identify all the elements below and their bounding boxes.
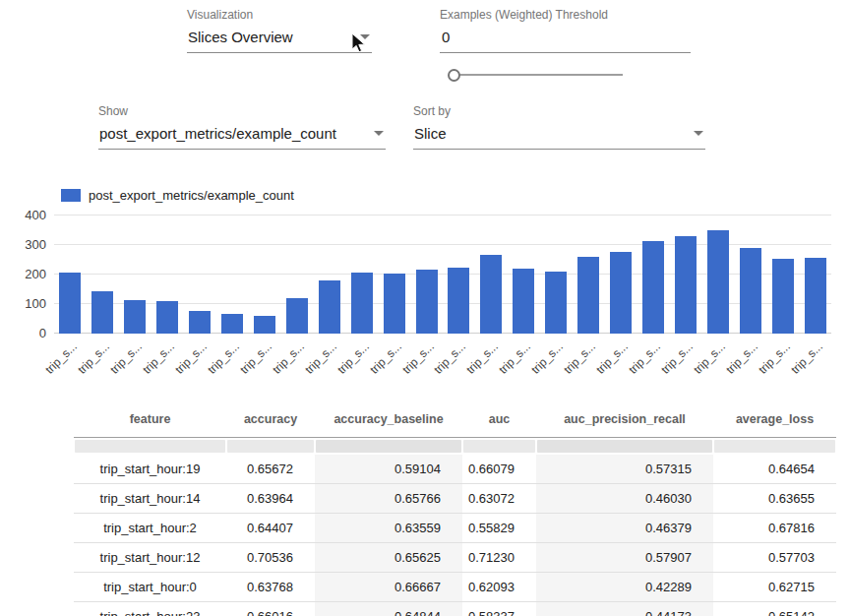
bar[interactable] — [805, 258, 826, 334]
table-header-row: featureaccuracyaccuracy_baselineaucauc_p… — [74, 401, 836, 438]
column-header-auc[interactable]: auc — [462, 412, 536, 426]
bar[interactable] — [707, 230, 729, 334]
table-row[interactable]: trip_start_hour:20.644070.635590.558290.… — [74, 514, 836, 543]
metric-cell: 0.57907 — [536, 543, 713, 572]
feature-cell: trip_start_hour:19 — [74, 455, 226, 483]
y-axis-tick-label: 0 — [5, 326, 46, 340]
filter-input[interactable] — [316, 440, 461, 453]
metric-cell: 0.62093 — [462, 573, 536, 601]
bar[interactable] — [480, 255, 502, 334]
bar[interactable] — [319, 280, 340, 334]
table-row[interactable]: trip_start_hour:140.639640.657660.630720… — [74, 484, 836, 514]
bar[interactable] — [286, 298, 308, 334]
y-axis-tick-label: 200 — [5, 267, 46, 281]
bar[interactable] — [189, 311, 211, 334]
bar[interactable] — [740, 248, 761, 334]
metric-cell: 0.65766 — [315, 484, 462, 513]
sort-by-label: Sort by — [413, 104, 705, 118]
bar[interactable] — [91, 291, 113, 334]
feature-cell: trip_start_hour:14 — [74, 484, 226, 513]
bar[interactable] — [513, 269, 534, 334]
show-value: post_export_metrics/example_count — [99, 125, 336, 142]
metric-cell: 0.46030 — [536, 484, 713, 513]
metric-cell: 0.62715 — [713, 573, 836, 601]
metric-cell: 0.67816 — [713, 514, 836, 542]
metric-cell: 0.59104 — [315, 455, 462, 483]
table-row[interactable]: trip_start_hour:00.637680.666670.620930.… — [74, 573, 836, 602]
column-header-average_loss[interactable]: average_loss — [713, 412, 836, 426]
bar[interactable] — [610, 252, 632, 334]
legend-label: post_export_metrics/example_count — [89, 188, 294, 203]
bar[interactable] — [577, 257, 599, 334]
metric-cell: 0.65625 — [315, 543, 462, 572]
column-header-auc_precision_recall[interactable]: auc_precision_recall — [536, 412, 713, 426]
metric-cell: 0.63072 — [462, 484, 536, 513]
bar[interactable] — [545, 272, 567, 334]
chevron-down-icon — [374, 131, 384, 136]
filter-input[interactable] — [537, 440, 712, 453]
show-select[interactable]: post_export_metrics/example_count — [98, 120, 386, 150]
threshold-input[interactable]: 0 — [440, 24, 691, 53]
bar[interactable] — [254, 316, 275, 334]
filter-cell — [315, 438, 462, 455]
slices-overview-app: Visualization Slices Overview Examples (… — [0, 0, 849, 616]
filter-input[interactable] — [714, 440, 835, 453]
bar[interactable] — [772, 259, 794, 334]
feature-cell: trip_start_hour:12 — [74, 543, 226, 572]
metric-cell: 0.63964 — [226, 484, 315, 513]
filter-cell — [462, 438, 536, 455]
filter-cell — [713, 438, 836, 455]
filter-cell — [74, 438, 226, 455]
column-header-feature[interactable]: feature — [74, 412, 226, 426]
y-axis-tick-label: 100 — [5, 296, 46, 311]
metric-cell: 0.66079 — [462, 455, 536, 483]
sort-by-field: Sort by Slice — [413, 104, 705, 150]
visualization-field: Visualization Slices Overview — [187, 8, 372, 53]
filter-input[interactable] — [227, 440, 314, 453]
legend-swatch — [61, 189, 81, 202]
metric-cell: 0.46379 — [536, 514, 713, 542]
table-row[interactable]: trip_start_hour:190.656720.591040.660790… — [74, 455, 836, 484]
visualization-label: Visualization — [187, 8, 372, 22]
metric-cell: 0.71230 — [462, 543, 536, 572]
filter-cell — [536, 438, 713, 455]
bar[interactable] — [384, 274, 405, 334]
feature-cell: trip_start_hour:23 — [74, 602, 226, 616]
bar[interactable] — [59, 273, 81, 334]
table-body: trip_start_hour:190.656720.591040.660790… — [74, 455, 836, 616]
column-header-accuracy[interactable]: accuracy — [226, 412, 315, 426]
metric-cell: 0.57703 — [713, 543, 836, 572]
metric-cell: 0.42289 — [536, 573, 713, 601]
show-field: Show post_export_metrics/example_count — [98, 104, 386, 150]
filter-input[interactable] — [75, 440, 225, 453]
mouse-cursor-icon — [350, 32, 368, 54]
bar[interactable] — [351, 273, 373, 334]
visualization-value: Slices Overview — [188, 29, 293, 45]
bar[interactable] — [124, 300, 146, 334]
slider-track[interactable] — [452, 74, 623, 76]
threshold-field: Examples (Weighted) Threshold 0 — [440, 8, 691, 53]
table-filter-row — [74, 438, 836, 455]
column-header-accuracy_baseline[interactable]: accuracy_baseline — [315, 412, 462, 426]
metric-cell: 0.66016 — [226, 602, 315, 616]
bar[interactable] — [221, 314, 243, 334]
metric-cell: 0.55829 — [462, 514, 536, 542]
metric-cell: 0.65142 — [713, 602, 836, 616]
y-axis-tick-label: 300 — [5, 237, 46, 252]
threshold-slider[interactable] — [448, 67, 623, 83]
visualization-select[interactable]: Slices Overview — [187, 24, 372, 53]
table-row[interactable]: trip_start_hour:120.705360.656250.712300… — [74, 543, 836, 573]
bar[interactable] — [156, 301, 178, 334]
bar[interactable] — [448, 268, 469, 334]
table-row[interactable]: trip_start_hour:230.660160.648440.583370… — [74, 602, 836, 616]
slider-thumb[interactable] — [448, 69, 460, 82]
metric-cell: 0.64407 — [226, 514, 315, 542]
bar[interactable] — [642, 241, 664, 334]
y-axis-tick-label: 400 — [5, 208, 46, 222]
feature-cell: trip_start_hour:0 — [74, 573, 226, 601]
bar[interactable] — [416, 270, 438, 334]
sort-by-select[interactable]: Slice — [413, 120, 705, 150]
metric-cell: 0.65672 — [226, 455, 315, 483]
filter-input[interactable] — [463, 440, 535, 453]
bar[interactable] — [675, 236, 697, 334]
